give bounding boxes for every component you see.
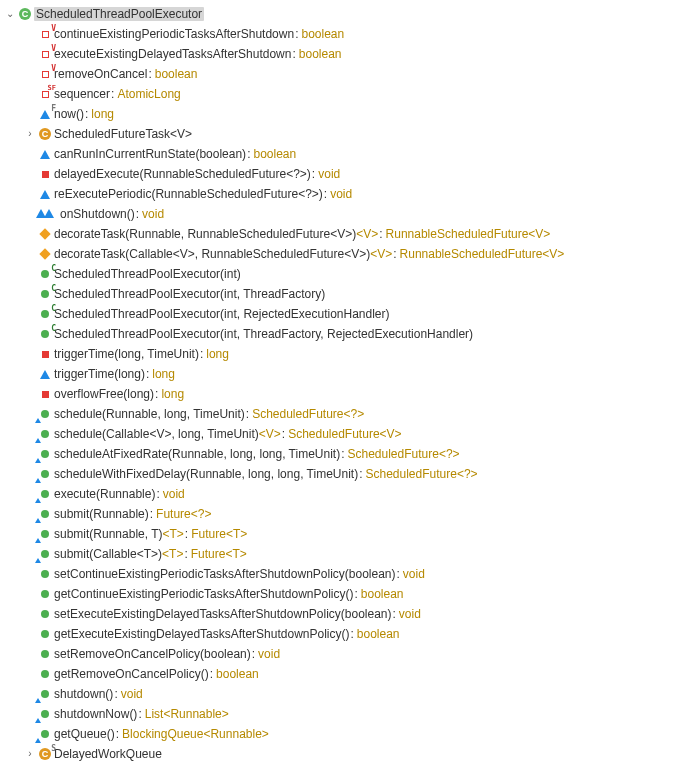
tree-row[interactable]: schedule(Callable<V>, long, TimeUnit) <V… — [4, 424, 690, 444]
method-public-icon: C — [38, 287, 52, 301]
type-separator: : — [324, 188, 327, 200]
row-label: ScheduledThreadPoolExecutor(int, ThreadF… — [54, 288, 325, 300]
tree-row[interactable]: ›CSDelayedWorkQueue — [4, 744, 690, 762]
tree-row[interactable]: setContinueExistingPeriodicTasksAfterShu… — [4, 564, 690, 584]
tree-row[interactable]: getContinueExistingPeriodicTasksAfterShu… — [4, 584, 690, 604]
twisty-closed-icon[interactable]: › — [24, 128, 36, 140]
row-label: setRemoveOnCancelPolicy(boolean) : void — [54, 648, 280, 660]
tree-row[interactable]: decorateTask(Callable<V>, RunnableSchedu… — [4, 244, 690, 264]
tree-row[interactable]: CScheduledThreadPoolExecutor(int, Thread… — [4, 284, 690, 304]
override-overlay-icon — [35, 418, 41, 423]
member-name: setContinueExistingPeriodicTasksAfterShu… — [54, 568, 396, 580]
member-name: decorateTask(Callable<V>, RunnableSchedu… — [54, 248, 370, 260]
return-type: ScheduledFuture<?> — [252, 408, 364, 420]
row-label: ScheduledThreadPoolExecutor(int) — [54, 268, 241, 280]
class-public-icon: C — [18, 7, 32, 21]
tree-row[interactable]: overflowFree(long) : long — [4, 384, 690, 404]
return-type: void — [330, 188, 352, 200]
tree-row[interactable]: submit(Callable<T>) <T> : Future<T> — [4, 544, 690, 564]
type-separator: : — [155, 388, 158, 400]
return-type: Future<?> — [156, 508, 211, 520]
twisty-closed-icon[interactable]: › — [24, 748, 36, 760]
return-type: long — [206, 348, 229, 360]
modifier-overlay: C — [51, 325, 56, 333]
member-name: setRemoveOnCancelPolicy(boolean) — [54, 648, 251, 660]
outline-tree: ⌄ C ScheduledThreadPoolExecutor Vcontinu… — [0, 0, 690, 762]
row-label: onShutdown() : void — [60, 208, 164, 220]
member-name: scheduleAtFixedRate(Runnable, long, long… — [54, 448, 340, 460]
tree-row[interactable]: setRemoveOnCancelPolicy(boolean) : void — [4, 644, 690, 664]
member-name: continueExistingPeriodicTasksAfterShutdo… — [54, 28, 294, 40]
tree-row[interactable]: triggerTime(long, TimeUnit) : long — [4, 344, 690, 364]
row-label: shutdown() : void — [54, 688, 143, 700]
return-type: void — [163, 488, 185, 500]
row-label: decorateTask(Runnable, RunnableScheduled… — [54, 228, 550, 240]
row-label: getContinueExistingPeriodicTasksAfterShu… — [54, 588, 404, 600]
tree-row[interactable]: getExecuteExistingDelayedTasksAfterShutd… — [4, 624, 690, 644]
type-separator: : — [85, 108, 88, 120]
row-label: submit(Runnable, T) <T> : Future<T> — [54, 528, 247, 540]
method-public-icon — [38, 487, 52, 501]
type-separator: : — [393, 608, 396, 620]
return-type: boolean — [299, 48, 342, 60]
return-type: long — [161, 388, 184, 400]
member-name: getQueue() — [54, 728, 115, 740]
tree-row[interactable]: shutdownNow() : List<Runnable> — [4, 704, 690, 724]
twisty-open-icon[interactable]: ⌄ — [4, 8, 16, 20]
tree-row[interactable]: Fnow() : long — [4, 104, 690, 124]
tree-row[interactable]: delayedExecute(RunnableScheduledFuture<?… — [4, 164, 690, 184]
tree-row[interactable]: CScheduledThreadPoolExecutor(int) — [4, 264, 690, 284]
tree-row[interactable]: VremoveOnCancel : boolean — [4, 64, 690, 84]
type-separator: : — [111, 88, 114, 100]
class-name: ScheduledThreadPoolExecutor — [34, 7, 204, 21]
tree-row[interactable]: setExecuteExistingDelayedTasksAfterShutd… — [4, 604, 690, 624]
tree-row[interactable]: decorateTask(Runnable, RunnableScheduled… — [4, 224, 690, 244]
tree-row[interactable]: getRemoveOnCancelPolicy() : boolean — [4, 664, 690, 684]
tree-row[interactable]: scheduleWithFixedDelay(Runnable, long, l… — [4, 464, 690, 484]
return-type: ScheduledFuture<?> — [366, 468, 478, 480]
member-name: schedule(Runnable, long, TimeUnit) — [54, 408, 245, 420]
type-separator: : — [252, 648, 255, 660]
dual-default-icon — [38, 207, 58, 221]
return-type: boolean — [361, 588, 404, 600]
tree-row[interactable]: triggerTime(long) : long — [4, 364, 690, 384]
member-name: executeExistingDelayedTasksAfterShutdown — [54, 48, 291, 60]
tree-row[interactable]: CScheduledThreadPoolExecutor(int, Thread… — [4, 324, 690, 344]
modifier-overlay: V — [51, 65, 56, 73]
tree-row[interactable]: SFsequencer : AtomicLong — [4, 84, 690, 104]
tree-row[interactable]: submit(Runnable) : Future<?> — [4, 504, 690, 524]
tree-row[interactable]: submit(Runnable, T) <T> : Future<T> — [4, 524, 690, 544]
type-separator: : — [246, 408, 249, 420]
row-label: scheduleWithFixedDelay(Runnable, long, l… — [54, 468, 478, 480]
tree-row[interactable]: reExecutePeriodic(RunnableScheduledFutur… — [4, 184, 690, 204]
type-separator: : — [295, 28, 298, 40]
tree-row-root[interactable]: ⌄ C ScheduledThreadPoolExecutor — [4, 4, 690, 24]
member-name: sequencer — [54, 88, 110, 100]
tree-row[interactable]: getQueue() : BlockingQueue<Runnable> — [4, 724, 690, 744]
tree-row[interactable]: CScheduledThreadPoolExecutor(int, Reject… — [4, 304, 690, 324]
method-public-icon — [38, 467, 52, 481]
field-private-icon: V — [38, 47, 52, 61]
tree-row[interactable]: execute(Runnable) : void — [4, 484, 690, 504]
tree-row[interactable]: scheduleAtFixedRate(Runnable, long, long… — [4, 444, 690, 464]
tree-row[interactable]: canRunInCurrentRunState(boolean) : boole… — [4, 144, 690, 164]
tree-row[interactable]: shutdown() : void — [4, 684, 690, 704]
method-public-icon — [38, 507, 52, 521]
tree-row[interactable]: ›CScheduledFutureTask<V> — [4, 124, 690, 144]
tree-row[interactable]: VcontinueExistingPeriodicTasksAfterShutd… — [4, 24, 690, 44]
type-separator: : — [312, 168, 315, 180]
method-public-icon — [38, 627, 52, 641]
tree-row[interactable]: onShutdown() : void — [4, 204, 690, 224]
method-private-icon — [38, 347, 52, 361]
generic-type: <T> — [162, 548, 183, 560]
method-public-icon — [38, 427, 52, 441]
tree-row[interactable]: VexecuteExistingDelayedTasksAfterShutdow… — [4, 44, 690, 64]
type-separator: : — [379, 228, 382, 240]
type-separator: : — [150, 508, 153, 520]
tree-row[interactable]: schedule(Runnable, long, TimeUnit) : Sch… — [4, 404, 690, 424]
row-label: setExecuteExistingDelayedTasksAfterShutd… — [54, 608, 421, 620]
method-public-icon — [38, 687, 52, 701]
member-name: submit(Callable<T>) — [54, 548, 162, 560]
modifier-overlay: C — [51, 265, 56, 273]
method-private-icon — [38, 167, 52, 181]
